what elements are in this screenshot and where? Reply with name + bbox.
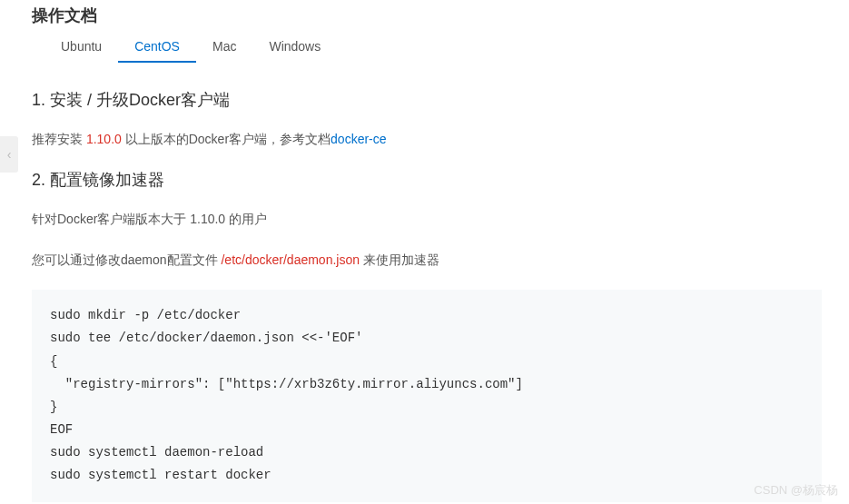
section1-text-prefix: 推荐安装 bbox=[32, 132, 86, 146]
section1-paragraph: 推荐安装 1.10.0 以上版本的Docker客户端，参考文档docker-ce bbox=[32, 129, 822, 149]
chevron-left-icon: ‹ bbox=[7, 147, 12, 162]
section2-line2: 您可以通过修改daemon配置文件 /etc/docker/daemon.jso… bbox=[32, 250, 822, 270]
section2-line1: 针对Docker客户端版本大于 1.10.0 的用户 bbox=[32, 209, 822, 229]
daemon-json-path: /etc/docker/daemon.json bbox=[221, 252, 360, 267]
os-tabs: Ubuntu CentOS Mac Windows bbox=[32, 30, 822, 64]
tab-centos[interactable]: CentOS bbox=[118, 30, 196, 63]
section1-text-mid: 以上版本的Docker客户端，参考文档 bbox=[122, 132, 331, 146]
section2-heading: 2. 配置镜像加速器 bbox=[32, 169, 822, 191]
tab-ubuntu[interactable]: Ubuntu bbox=[44, 30, 118, 63]
collapse-handle[interactable]: ‹ bbox=[0, 136, 18, 173]
section1-version: 1.10.0 bbox=[86, 132, 122, 146]
tab-mac[interactable]: Mac bbox=[196, 30, 252, 63]
section1-heading: 1. 安装 / 升级Docker客户端 bbox=[32, 89, 822, 111]
docker-ce-link[interactable]: docker-ce bbox=[331, 132, 386, 146]
tab-windows[interactable]: Windows bbox=[252, 30, 337, 63]
section2-line2-suffix: 来使用加速器 bbox=[360, 252, 439, 267]
section2-line2-prefix: 您可以通过修改daemon配置文件 bbox=[32, 252, 221, 267]
code-block[interactable]: sudo mkdir -p /etc/docker sudo tee /etc/… bbox=[32, 290, 822, 502]
page-title: 操作文档 bbox=[32, 5, 822, 26]
